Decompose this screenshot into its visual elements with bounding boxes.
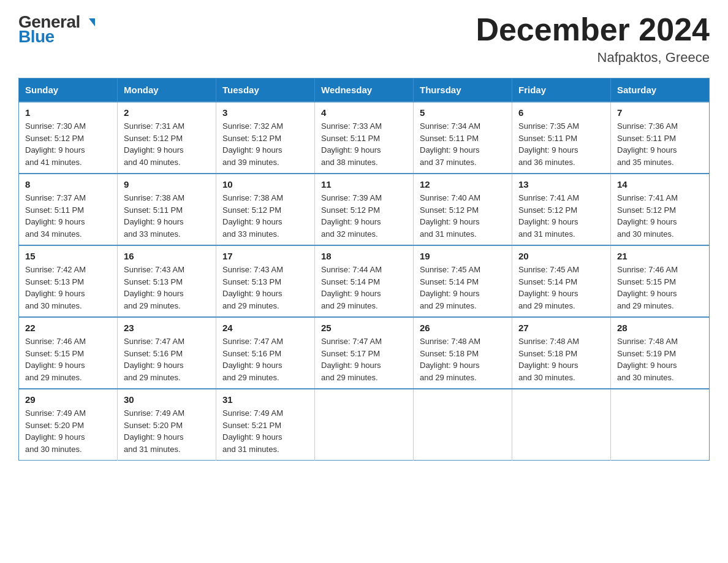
- day-info: Sunrise: 7:47 AMSunset: 5:16 PMDaylight:…: [222, 335, 308, 383]
- day-number: 1: [25, 107, 111, 118]
- day-info: Sunrise: 7:41 AMSunset: 5:12 PMDaylight:…: [617, 192, 703, 240]
- day-info: Sunrise: 7:38 AMSunset: 5:11 PMDaylight:…: [124, 192, 210, 240]
- day-info: Sunrise: 7:35 AMSunset: 5:11 PMDaylight:…: [518, 120, 604, 168]
- calendar-cell: 25 Sunrise: 7:47 AMSunset: 5:17 PMDaylig…: [315, 317, 414, 389]
- calendar-cell: 30 Sunrise: 7:49 AMSunset: 5:20 PMDaylig…: [118, 389, 216, 461]
- calendar-cell: 10 Sunrise: 7:38 AMSunset: 5:12 PMDaylig…: [216, 174, 315, 245]
- day-info: Sunrise: 7:46 AMSunset: 5:15 PMDaylight:…: [25, 335, 111, 383]
- day-info: Sunrise: 7:38 AMSunset: 5:12 PMDaylight:…: [222, 192, 308, 240]
- calendar-cell: 8 Sunrise: 7:37 AMSunset: 5:11 PMDayligh…: [19, 174, 118, 245]
- weekday-header-friday: Friday: [512, 79, 611, 102]
- calendar-cell: 27 Sunrise: 7:48 AMSunset: 5:18 PMDaylig…: [512, 317, 611, 389]
- calendar-cell: 23 Sunrise: 7:47 AMSunset: 5:16 PMDaylig…: [118, 317, 216, 389]
- day-info: Sunrise: 7:49 AMSunset: 5:21 PMDaylight:…: [222, 407, 308, 455]
- calendar-cell: 3 Sunrise: 7:32 AMSunset: 5:12 PMDayligh…: [216, 102, 315, 174]
- day-number: 14: [617, 179, 703, 190]
- calendar-cell: 6 Sunrise: 7:35 AMSunset: 5:11 PMDayligh…: [512, 102, 611, 174]
- calendar-cell: 9 Sunrise: 7:38 AMSunset: 5:11 PMDayligh…: [118, 174, 216, 245]
- day-info: Sunrise: 7:32 AMSunset: 5:12 PMDaylight:…: [222, 120, 308, 168]
- calendar-cell: 16 Sunrise: 7:43 AMSunset: 5:13 PMDaylig…: [118, 245, 216, 317]
- day-info: Sunrise: 7:46 AMSunset: 5:15 PMDaylight:…: [617, 264, 703, 312]
- calendar-cell: 11 Sunrise: 7:39 AMSunset: 5:12 PMDaylig…: [315, 174, 414, 245]
- week-row-3: 15 Sunrise: 7:42 AMSunset: 5:13 PMDaylig…: [19, 245, 710, 317]
- day-info: Sunrise: 7:36 AMSunset: 5:11 PMDaylight:…: [617, 120, 703, 168]
- calendar-cell: 31 Sunrise: 7:49 AMSunset: 5:21 PMDaylig…: [216, 389, 315, 461]
- weekday-header-saturday: Saturday: [611, 79, 710, 102]
- day-info: Sunrise: 7:43 AMSunset: 5:13 PMDaylight:…: [222, 264, 308, 312]
- day-number: 15: [25, 251, 111, 261]
- week-row-4: 22 Sunrise: 7:46 AMSunset: 5:15 PMDaylig…: [19, 317, 710, 389]
- calendar-cell: 7 Sunrise: 7:36 AMSunset: 5:11 PMDayligh…: [611, 102, 710, 174]
- calendar-cell: 12 Sunrise: 7:40 AMSunset: 5:12 PMDaylig…: [414, 174, 512, 245]
- calendar-cell: 5 Sunrise: 7:34 AMSunset: 5:11 PMDayligh…: [414, 102, 512, 174]
- day-number: 30: [124, 394, 210, 405]
- weekday-header-monday: Monday: [118, 79, 216, 102]
- day-info: Sunrise: 7:41 AMSunset: 5:12 PMDaylight:…: [518, 192, 604, 240]
- day-number: 21: [617, 251, 703, 261]
- logo-triangle-icon: [83, 18, 95, 26]
- week-row-2: 8 Sunrise: 7:37 AMSunset: 5:11 PMDayligh…: [19, 174, 710, 245]
- calendar-cell: 17 Sunrise: 7:43 AMSunset: 5:13 PMDaylig…: [216, 245, 315, 317]
- calendar-cell: 2 Sunrise: 7:31 AMSunset: 5:12 PMDayligh…: [118, 102, 216, 174]
- day-info: Sunrise: 7:48 AMSunset: 5:18 PMDaylight:…: [518, 335, 604, 383]
- day-info: Sunrise: 7:49 AMSunset: 5:20 PMDaylight:…: [124, 407, 210, 455]
- day-number: 26: [420, 323, 506, 333]
- day-info: Sunrise: 7:44 AMSunset: 5:14 PMDaylight:…: [321, 264, 407, 312]
- calendar-cell: 19 Sunrise: 7:45 AMSunset: 5:14 PMDaylig…: [414, 245, 512, 317]
- day-number: 11: [321, 179, 407, 190]
- title-block: December 2024 Nafpaktos, Greece: [476, 12, 710, 66]
- day-info: Sunrise: 7:40 AMSunset: 5:12 PMDaylight:…: [420, 192, 506, 240]
- day-number: 17: [222, 251, 308, 261]
- day-number: 6: [518, 107, 604, 118]
- day-number: 10: [222, 179, 308, 190]
- day-number: 4: [321, 107, 407, 118]
- weekday-header-sunday: Sunday: [19, 79, 118, 102]
- weekday-header-tuesday: Tuesday: [216, 79, 315, 102]
- logo-blue-text: Blue: [18, 27, 55, 47]
- calendar-cell: [315, 389, 414, 461]
- calendar-cell: 20 Sunrise: 7:45 AMSunset: 5:14 PMDaylig…: [512, 245, 611, 317]
- day-number: 8: [25, 179, 111, 190]
- page-header: General Blue December 2024 Nafpaktos, Gr…: [18, 12, 710, 66]
- day-number: 28: [617, 323, 703, 333]
- calendar-cell: 4 Sunrise: 7:33 AMSunset: 5:11 PMDayligh…: [315, 102, 414, 174]
- day-number: 31: [222, 394, 308, 405]
- day-number: 22: [25, 323, 111, 333]
- day-info: Sunrise: 7:48 AMSunset: 5:18 PMDaylight:…: [420, 335, 506, 383]
- day-info: Sunrise: 7:30 AMSunset: 5:12 PMDaylight:…: [25, 120, 111, 168]
- calendar-cell: 18 Sunrise: 7:44 AMSunset: 5:14 PMDaylig…: [315, 245, 414, 317]
- day-number: 18: [321, 251, 407, 261]
- day-number: 24: [222, 323, 308, 333]
- day-info: Sunrise: 7:31 AMSunset: 5:12 PMDaylight:…: [124, 120, 210, 168]
- day-number: 25: [321, 323, 407, 333]
- calendar-cell: 14 Sunrise: 7:41 AMSunset: 5:12 PMDaylig…: [611, 174, 710, 245]
- calendar-cell: [414, 389, 512, 461]
- calendar-cell: 28 Sunrise: 7:48 AMSunset: 5:19 PMDaylig…: [611, 317, 710, 389]
- logo: General Blue: [18, 12, 95, 47]
- day-number: 3: [222, 107, 308, 118]
- week-row-5: 29 Sunrise: 7:49 AMSunset: 5:20 PMDaylig…: [19, 389, 710, 461]
- calendar-cell: [512, 389, 611, 461]
- day-number: 19: [420, 251, 506, 261]
- day-number: 16: [124, 251, 210, 261]
- day-info: Sunrise: 7:47 AMSunset: 5:16 PMDaylight:…: [124, 335, 210, 383]
- day-number: 5: [420, 107, 506, 118]
- day-info: Sunrise: 7:33 AMSunset: 5:11 PMDaylight:…: [321, 120, 407, 168]
- calendar-cell: 1 Sunrise: 7:30 AMSunset: 5:12 PMDayligh…: [19, 102, 118, 174]
- location: Nafpaktos, Greece: [476, 50, 710, 66]
- day-info: Sunrise: 7:39 AMSunset: 5:12 PMDaylight:…: [321, 192, 407, 240]
- day-info: Sunrise: 7:45 AMSunset: 5:14 PMDaylight:…: [420, 264, 506, 312]
- calendar-cell: 29 Sunrise: 7:49 AMSunset: 5:20 PMDaylig…: [19, 389, 118, 461]
- week-row-1: 1 Sunrise: 7:30 AMSunset: 5:12 PMDayligh…: [19, 102, 710, 174]
- day-info: Sunrise: 7:45 AMSunset: 5:14 PMDaylight:…: [518, 264, 604, 312]
- calendar-cell: 24 Sunrise: 7:47 AMSunset: 5:16 PMDaylig…: [216, 317, 315, 389]
- day-number: 20: [518, 251, 604, 261]
- day-number: 9: [124, 179, 210, 190]
- day-number: 23: [124, 323, 210, 333]
- calendar-cell: 13 Sunrise: 7:41 AMSunset: 5:12 PMDaylig…: [512, 174, 611, 245]
- day-info: Sunrise: 7:43 AMSunset: 5:13 PMDaylight:…: [124, 264, 210, 312]
- calendar-table: SundayMondayTuesdayWednesdayThursdayFrid…: [18, 78, 710, 461]
- day-number: 13: [518, 179, 604, 190]
- day-info: Sunrise: 7:48 AMSunset: 5:19 PMDaylight:…: [617, 335, 703, 383]
- day-info: Sunrise: 7:49 AMSunset: 5:20 PMDaylight:…: [25, 407, 111, 455]
